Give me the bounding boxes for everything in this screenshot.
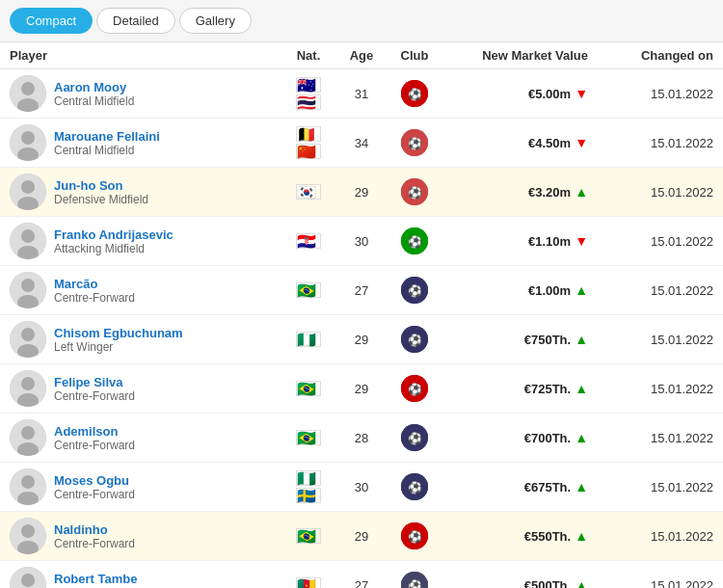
svg-text:⚽: ⚽ (408, 529, 422, 544)
changed-on-cell: 15.01.2022 (598, 136, 713, 150)
player-position: Centre-Forward (54, 389, 135, 403)
flag-icon: 🇧🇷 (296, 430, 321, 445)
player-name[interactable]: Jun-ho Son (54, 178, 148, 193)
tab-gallery[interactable]: Gallery (179, 8, 252, 34)
nationality-cell: 🇧🇷 (280, 430, 337, 445)
player-info: Naldinho Centre-Forward (54, 522, 135, 550)
svg-point-41 (21, 475, 35, 489)
market-value-text: €500Th. (524, 578, 571, 589)
player-cell: Naldinho Centre-Forward (10, 518, 280, 554)
svg-text:⚽: ⚽ (408, 382, 422, 396)
player-name[interactable]: Moses Ogbu (54, 473, 135, 488)
arrow-down-icon: ▼ (575, 135, 588, 150)
avatar (10, 272, 46, 308)
table-row: Franko Andrijasevic Attacking Midfield🇭🇷… (0, 217, 723, 266)
market-value-text: €1.10m (528, 234, 571, 249)
flag-icon: 🇨🇲 (296, 577, 321, 588)
changed-on-cell: 15.01.2022 (598, 283, 713, 298)
club-cell: ⚽ (386, 522, 443, 549)
col-changed: Changed on (598, 48, 713, 63)
svg-text:⚽: ⚽ (408, 185, 422, 200)
player-name[interactable]: Marcão (54, 277, 135, 291)
svg-point-31 (21, 377, 35, 390)
changed-on-cell: 15.01.2022 (598, 185, 713, 200)
svg-text:⚽: ⚽ (408, 431, 422, 445)
age-cell: 27 (337, 283, 386, 298)
club-logo: ⚽ (401, 129, 428, 156)
svg-point-11 (21, 180, 35, 194)
age-cell: 34 (337, 136, 386, 150)
player-cell: Jun-ho Son Defensive Midfield (10, 174, 280, 210)
flag-icon: 🇭🇷 (296, 233, 321, 249)
table-body: Aaron Mooy Central Midfield🇦🇺🇹🇭31 ⚽ €5.0… (0, 69, 723, 588)
player-name[interactable]: Marouane Fellaini (54, 129, 160, 144)
changed-on-cell: 15.01.2022 (598, 333, 713, 347)
player-cell: Aaron Mooy Central Midfield (10, 75, 280, 112)
player-info: Robert Tambe Centre-Forward (54, 572, 137, 589)
player-cell: Ademilson Centre-Forward (10, 419, 280, 456)
nationality-cell: 🇧🇷 (280, 381, 337, 396)
avatar (10, 518, 46, 554)
table-row: Ademilson Centre-Forward🇧🇷28 ⚽ €700Th. ▲… (0, 414, 723, 463)
player-name[interactable]: Robert Tambe (54, 572, 137, 586)
club-cell: ⚽ (386, 129, 443, 156)
player-name[interactable]: Franko Andrijasevic (54, 227, 174, 242)
arrow-up-icon: ▲ (575, 479, 588, 494)
table-row: Felipe Silva Centre-Forward🇧🇷29 ⚽ €725Th… (0, 364, 723, 414)
player-position: Central Midfield (54, 94, 134, 108)
flag-icon: 🇦🇺 (296, 77, 321, 93)
club-cell: ⚽ (386, 178, 443, 205)
tab-detailed[interactable]: Detailed (96, 8, 175, 34)
avatar (10, 567, 46, 588)
nationality-cell: 🇳🇬 (280, 332, 337, 347)
table-row: Marcão Centre-Forward🇧🇷27 ⚽ €1.00m ▲15.0… (0, 266, 723, 315)
player-position: Centre-Forward (54, 439, 135, 452)
player-name[interactable]: Felipe Silva (54, 375, 135, 389)
svg-point-1 (21, 82, 35, 95)
player-name[interactable]: Aaron Mooy (54, 80, 134, 94)
avatar (10, 174, 46, 210)
arrow-up-icon: ▲ (575, 184, 588, 200)
player-info: Aaron Mooy Central Midfield (54, 80, 134, 108)
player-cell: Marouane Fellaini Central Midfield (10, 124, 280, 161)
arrow-up-icon: ▲ (575, 381, 588, 396)
club-cell: ⚽ (386, 326, 443, 353)
arrow-up-icon: ▲ (575, 577, 588, 588)
tab-compact[interactable]: Compact (10, 8, 93, 34)
club-logo: ⚽ (401, 178, 428, 205)
avatar (10, 419, 46, 456)
player-position: Centre-Forward (54, 537, 135, 550)
flag-icon: 🇳🇬 (296, 470, 321, 486)
player-name[interactable]: Ademilson (54, 424, 135, 439)
market-value-cell: €550Th. ▲ (443, 528, 598, 544)
market-value-text: €550Th. (524, 529, 571, 544)
player-info: Felipe Silva Centre-Forward (54, 375, 135, 403)
nationality-cell: 🇦🇺🇹🇭 (280, 77, 337, 110)
player-info: Moses Ogbu Centre-Forward (54, 473, 135, 501)
nationality-cell: 🇨🇲 (280, 577, 337, 588)
club-logo: ⚽ (401, 424, 428, 451)
col-club: Club (386, 48, 443, 63)
svg-text:⚽: ⚽ (408, 283, 422, 298)
flag-icon: 🇧🇷 (296, 528, 321, 544)
arrow-up-icon: ▲ (575, 528, 588, 544)
nationality-cell: 🇳🇬🇸🇪 (280, 470, 337, 503)
club-cell: ⚽ (386, 424, 443, 451)
player-info: Ademilson Centre-Forward (54, 424, 135, 452)
player-name[interactable]: Naldinho (54, 522, 135, 537)
player-info: Franko Andrijasevic Attacking Midfield (54, 227, 174, 255)
col-nat: Nat. (280, 48, 337, 63)
changed-on-cell: 15.01.2022 (598, 480, 713, 494)
club-logo: ⚽ (401, 277, 428, 304)
club-logo: ⚽ (401, 522, 428, 549)
arrow-down-icon: ▼ (575, 86, 588, 101)
svg-text:⚽: ⚽ (408, 578, 422, 588)
market-value-cell: €1.10m ▼ (443, 233, 598, 249)
market-value-cell: €750Th. ▲ (443, 332, 598, 347)
player-name[interactable]: Chisom Egbuchunam (54, 326, 183, 340)
market-value-cell: €3.20m ▲ (443, 184, 598, 200)
market-value-text: €4.50m (528, 136, 571, 150)
arrow-down-icon: ▼ (575, 233, 588, 249)
svg-text:⚽: ⚽ (408, 136, 422, 150)
nationality-cell: 🇭🇷 (280, 233, 337, 249)
